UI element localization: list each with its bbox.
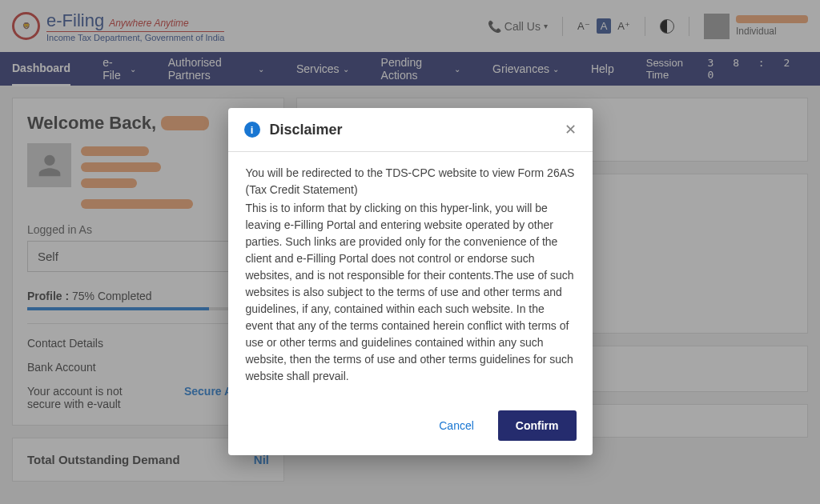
modal-body: You will be redirected to the TDS-CPC we…	[228, 152, 593, 399]
modal-title: Disclaimer	[270, 122, 343, 138]
modal-paragraph-1: You will be redirected to the TDS-CPC we…	[246, 165, 575, 198]
confirm-button[interactable]: Confirm	[498, 410, 577, 441]
info-icon: i	[244, 122, 260, 138]
modal-paragraph-2: This is to inform that by clicking on th…	[246, 200, 575, 385]
disclaimer-modal: i Disclaimer ✕ You will be redirected to…	[228, 108, 593, 455]
modal-overlay: i Disclaimer ✕ You will be redirected to…	[0, 0, 820, 504]
close-icon[interactable]: ✕	[565, 121, 577, 138]
cancel-button[interactable]: Cancel	[428, 411, 485, 440]
